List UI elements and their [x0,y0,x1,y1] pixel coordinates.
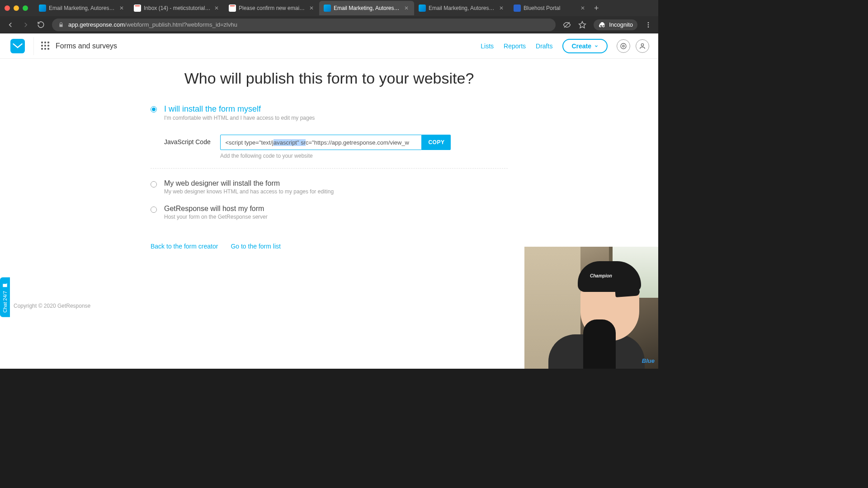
option-title: I will install the form myself [164,104,315,114]
forward-button[interactable] [22,21,30,29]
tab-title: Please confirm new email addr [239,5,306,11]
kebab-menu[interactable] [645,21,652,28]
incognito-label: Incognito [609,21,633,28]
option-designer-install[interactable]: My web designer will install the form My… [151,177,508,197]
browser-tab[interactable]: Bluehost Portal ✕ [509,1,590,15]
top-nav: Lists Reports Drafts Create [481,39,608,53]
apps-grid-icon[interactable] [41,42,50,51]
window-controls [5,5,28,11]
browser-chrome: Email Marketing, Autorespond ✕ Inbox (14… [0,0,658,33]
code-helper-text: Add the following code to your website [220,153,508,159]
option-subtitle: Host your form on the GetResponse server [164,214,268,220]
url-bar: app.getresponse.com/webform_publish.html… [0,16,658,33]
getresponse-favicon [419,5,426,12]
close-icon[interactable]: ✕ [118,5,125,11]
cap-logo: Champion [590,273,612,278]
back-button[interactable] [6,21,14,29]
javascript-code-input[interactable] [220,135,422,150]
app-topbar: Forms and surveys Lists Reports Drafts C… [0,33,658,59]
window-minimize[interactable] [14,5,19,11]
divider [33,37,34,55]
chevron-down-icon [594,44,599,48]
gmail-favicon [134,5,141,12]
url-field[interactable]: app.getresponse.com/webform_publish.html… [52,19,556,31]
url-text: app.getresponse.com/webform_publish.html… [68,21,237,28]
window-close[interactable] [5,5,10,11]
tab-title: Inbox (14) - meticstutorials@g [144,5,211,11]
new-tab-button[interactable]: + [594,4,599,13]
browser-tab-active[interactable]: Email Marketing, Autorespond ✕ [319,1,414,15]
option-subtitle: My web designer knows HTML and has acces… [164,188,334,195]
radio-getresponse-host[interactable] [151,206,157,213]
browser-tab[interactable]: Email Marketing, Autorespond ✕ [34,1,129,15]
copy-button[interactable]: COPY [422,135,451,150]
option-getresponse-host[interactable]: GetResponse will host my form Host your … [151,202,508,223]
getresponse-favicon [324,5,331,12]
chat-icon [2,282,8,288]
tab-bar: Email Marketing, Autorespond ✕ Inbox (14… [0,0,658,16]
bottom-actions: Back to the form creator Go to the form … [151,243,508,250]
tab-title: Email Marketing, Autorespond [49,5,116,11]
code-section: JavaScript Code COPY Add the following c… [164,135,508,159]
main-content: Who will publish this form to your websi… [151,59,508,250]
svg-marker-1 [579,21,586,28]
chat-tab[interactable]: Chat 24/7 [0,277,10,317]
nav-reports[interactable]: Reports [504,42,526,50]
create-label: Create [571,42,591,50]
tab-title: Email Marketing, Autorespond [429,5,495,11]
secondary-options: My web designer will install the form My… [151,177,508,223]
incognito-badge[interactable]: Incognito [594,19,637,30]
svg-point-2 [648,22,649,23]
incognito-icon [598,21,606,29]
close-icon[interactable]: ✕ [403,5,410,11]
bluehost-favicon [514,5,521,12]
code-label: JavaScript Code [164,138,218,145]
option-self-install[interactable]: I will install the form myself I'm comfo… [151,102,508,124]
browser-tab[interactable]: Inbox (14) - meticstutorials@g ✕ [129,1,224,15]
option-title: My web designer will install the form [164,179,334,188]
window-maximize[interactable] [23,5,28,11]
footer-copyright: Copyright © 2020 GetResponse [14,303,90,309]
close-icon[interactable]: ✕ [580,5,586,11]
nav-drafts[interactable]: Drafts [536,42,552,50]
svg-point-8 [641,43,643,46]
corner-logo: Blue [642,357,655,364]
option-title: GetResponse will host my form [164,205,268,213]
svg-point-6 [621,43,626,49]
help-icon[interactable] [617,39,630,53]
account-icon[interactable] [636,39,649,53]
close-icon[interactable]: ✕ [498,5,505,11]
svg-rect-5 [10,39,25,53]
getresponse-favicon [39,5,46,12]
incognito-eye-icon[interactable] [563,21,571,29]
svg-point-4 [648,26,649,28]
gmail-favicon [229,5,236,12]
browser-tab[interactable]: Please confirm new email addr ✕ [224,1,319,15]
section-title: Forms and surveys [56,42,117,50]
close-icon[interactable]: ✕ [308,5,315,11]
tab-title: Email Marketing, Autorespond [334,5,401,11]
svg-point-3 [648,24,649,25]
tab-title: Bluehost Portal [524,5,577,11]
go-to-form-list-link[interactable]: Go to the form list [231,243,280,250]
back-to-creator-link[interactable]: Back to the form creator [151,243,218,250]
close-icon[interactable]: ✕ [213,5,220,11]
chat-label: Chat 24/7 [2,291,8,313]
radio-designer-install[interactable] [151,181,157,188]
page-heading: Who will publish this form to your websi… [151,70,508,87]
lock-icon [58,22,64,28]
nav-lists[interactable]: Lists [481,42,494,50]
browser-tab[interactable]: Email Marketing, Autorespond ✕ [414,1,509,15]
radio-self-install[interactable] [151,106,157,113]
getresponse-logo[interactable] [9,38,26,55]
dashed-divider [151,168,508,169]
topbar-right [617,39,649,53]
reload-button[interactable] [37,21,45,28]
star-icon[interactable] [578,21,586,29]
page-content: Forms and surveys Lists Reports Drafts C… [0,33,658,369]
create-button[interactable]: Create [562,39,608,53]
svg-point-7 [623,45,624,47]
webcam-overlay: Champion Blue [524,247,658,369]
option-subtitle: I'm comfortable with HTML and I have acc… [164,115,315,121]
